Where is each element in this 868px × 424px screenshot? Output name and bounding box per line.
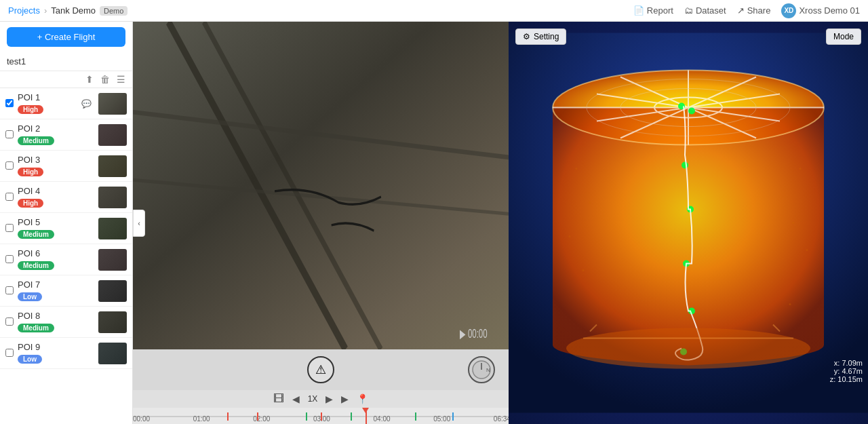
poi-checkbox-8[interactable] xyxy=(5,347,14,360)
timeline-track[interactable]: 00:0001:0002:0003:0004:0005:0006:34 xyxy=(133,408,509,424)
svg-point-35 xyxy=(569,235,571,237)
user-menu[interactable]: XD Xross Demo 01 xyxy=(781,3,860,18)
next-button[interactable]: ▶ xyxy=(326,393,333,404)
timeline-label: 04:00 xyxy=(374,415,391,423)
list-item[interactable]: POI 6 Medium xyxy=(0,244,132,275)
poi-checkbox-2[interactable] xyxy=(5,160,14,172)
location-button[interactable]: 📍 xyxy=(357,393,368,404)
poi-name-7: POI 8 xyxy=(18,311,94,321)
video-svg: ▶ 00:00 xyxy=(133,22,509,349)
timeline-controls: 🎞 ◀ 1X ▶ ▶ 📍 xyxy=(133,390,509,408)
poi-info-8: POI 9 Low xyxy=(18,342,94,364)
poi-checkbox-7[interactable] xyxy=(5,316,14,328)
timeline-marker xyxy=(306,412,307,421)
poi-checkbox-3[interactable] xyxy=(5,191,14,204)
right-panel: ⚙ Setting Mode x: 7.09m y: 4.67m z: 10.1… xyxy=(509,22,868,424)
poi-checkbox-5[interactable] xyxy=(5,254,14,266)
speed-display[interactable]: 1X xyxy=(308,394,318,404)
list-item[interactable]: POI 7 Low xyxy=(0,275,132,307)
poi-info-2: POI 3 High xyxy=(18,155,94,177)
poi-thumb-4 xyxy=(98,218,127,239)
poi-info-3: POI 4 High xyxy=(18,186,94,208)
poi-info-5: POI 6 Medium xyxy=(18,248,94,271)
poi-toolbar: ⬆ 🗑 ☰ xyxy=(0,71,132,88)
poi-thumb-2 xyxy=(98,155,127,177)
list-item[interactable]: POI 2 Medium xyxy=(0,119,132,151)
poi-checkbox-1[interactable] xyxy=(5,129,14,141)
timeline-playhead[interactable] xyxy=(366,408,367,424)
timeline-marker xyxy=(351,412,352,421)
poi-badge-1: Medium xyxy=(18,136,54,145)
play-button[interactable]: ▶ xyxy=(341,393,349,404)
panel-3d: ⚙ Setting Mode x: 7.09m y: 4.67m z: 10.1… xyxy=(509,22,868,424)
svg-point-24 xyxy=(682,162,688,169)
projects-link[interactable]: Projects xyxy=(8,5,40,16)
poi-badge-4: Medium xyxy=(18,230,54,239)
list-item[interactable]: POI 9 Low xyxy=(0,338,132,369)
upload-icon[interactable]: ⬆ xyxy=(85,74,94,85)
comment-icon[interactable]: 💬 xyxy=(81,99,92,109)
timeline-marker xyxy=(227,412,229,421)
coordinates-display: x: 7.09m y: 4.67m z: 10.15m xyxy=(830,359,863,383)
timeline-marker xyxy=(452,412,454,421)
compass-indicator[interactable]: N xyxy=(468,356,495,383)
coord-z: z: 10.15m xyxy=(830,375,863,383)
report-button[interactable]: 📄 Report xyxy=(633,5,673,16)
coord-y: y: 4.67m xyxy=(830,367,863,375)
filter-icon[interactable]: ☰ xyxy=(117,74,125,85)
poi-thumb-5 xyxy=(98,249,127,271)
collapse-sidebar-button[interactable]: ‹ xyxy=(133,210,145,237)
poi-checkbox-4[interactable] xyxy=(5,223,14,235)
user-label: Xross Demo 01 xyxy=(799,5,860,16)
poi-badge-6: Low xyxy=(18,292,42,301)
setting-button[interactable]: ⚙ Setting xyxy=(515,28,566,45)
timeline-label: 01:00 xyxy=(193,415,210,423)
center-panel: ‹ xyxy=(133,22,509,424)
delete-icon[interactable]: 🗑 xyxy=(100,74,110,85)
flight-name: test1 xyxy=(0,52,132,71)
timeline-label: 05:00 xyxy=(433,415,450,423)
video-content: ▶ 00:00 xyxy=(133,22,509,349)
poi-badge-5: Medium xyxy=(18,261,54,270)
mode-button[interactable]: Mode xyxy=(826,28,861,45)
poi-thumb-1 xyxy=(98,124,127,146)
dataset-button[interactable]: 🗂 Dataset xyxy=(684,5,726,16)
create-flight-button[interactable]: + Create Flight xyxy=(7,27,125,47)
svg-text:N: N xyxy=(486,367,490,373)
tank-demo-link[interactable]: Tank Demo xyxy=(51,5,96,16)
list-item[interactable]: POI 4 High xyxy=(0,182,132,213)
poi-thumb-8 xyxy=(98,343,127,364)
poi-name-1: POI 2 xyxy=(18,123,94,134)
dataset-icon: 🗂 xyxy=(684,5,693,16)
share-button[interactable]: ↗ Share xyxy=(737,5,771,16)
list-item[interactable]: POI 3 High xyxy=(0,151,132,182)
poi-badge-0: High xyxy=(18,105,43,114)
coord-x: x: 7.09m xyxy=(830,359,863,367)
poi-checkbox-6[interactable] xyxy=(5,285,14,297)
svg-point-29 xyxy=(566,328,810,369)
poi-info-4: POI 5 Medium xyxy=(18,217,94,239)
timeline-label: 00:00 xyxy=(133,415,150,423)
breadcrumb-sep: › xyxy=(44,5,47,16)
poi-name-5: POI 6 xyxy=(18,248,94,258)
film-icon[interactable]: 🎞 xyxy=(273,393,284,405)
avatar: XD xyxy=(781,3,796,18)
poi-name-4: POI 5 xyxy=(18,217,94,227)
warning-indicator[interactable]: ⚠ xyxy=(307,356,334,383)
poi-info-7: POI 8 Medium xyxy=(18,311,94,333)
poi-thumb-7 xyxy=(98,311,127,333)
dataset-label: Dataset xyxy=(696,5,726,16)
list-item[interactable]: POI 8 Medium xyxy=(0,307,132,338)
list-item[interactable]: POI 1 High 💬 xyxy=(0,88,132,119)
svg-point-34 xyxy=(589,201,591,204)
poi-name-8: POI 9 xyxy=(18,342,94,352)
prev-button[interactable]: ◀ xyxy=(292,393,300,404)
poi-checkbox-0[interactable] xyxy=(5,98,14,110)
poi-badge-7: Medium xyxy=(18,324,54,332)
list-item[interactable]: POI 5 Medium xyxy=(0,213,132,244)
svg-point-39 xyxy=(806,249,808,251)
poi-name-6: POI 7 xyxy=(18,280,94,290)
poi-name-3: POI 4 xyxy=(18,186,94,196)
poi-name-2: POI 3 xyxy=(18,155,94,165)
svg-point-37 xyxy=(800,168,802,170)
